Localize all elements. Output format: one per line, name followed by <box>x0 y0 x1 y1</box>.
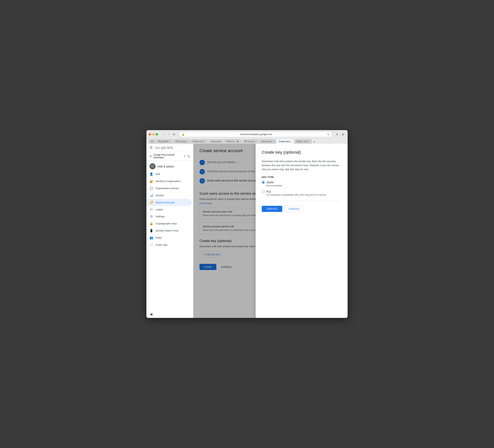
key-type-label: Key type <box>262 176 342 179</box>
sidebar-collapse-button[interactable]: ◀ <box>146 310 193 318</box>
browser-nav: ‹ › ⧉ <box>161 132 176 137</box>
project-selector[interactable]: ⚙ Google Play Android Developer ▾ 🔍 <box>146 152 193 161</box>
modal-divider <box>262 201 342 201</box>
sidebar-item-label-crypto: Cryptographic keys <box>156 222 177 225</box>
minimize-button[interactable] <box>152 133 154 136</box>
traffic-lights <box>149 133 158 136</box>
sidebar-section-title: IAM & admin <box>158 165 174 168</box>
sidebar-item-label-iam: IAM <box>156 173 160 175</box>
identity-nav-icon: 🔐 <box>149 179 153 183</box>
sidebar-item-identity-proxy[interactable]: 📱 Identity-Aware Proxy <box>146 227 192 234</box>
sidebar-item-quotas[interactable]: 📊 Quotas <box>146 192 192 199</box>
sidebar-item-label-labels: Labels <box>156 208 163 211</box>
modal-desc: Download a file that contains the privat… <box>262 160 342 171</box>
sidebar-item-iam[interactable]: 👤 IAM <box>146 171 192 178</box>
address-bar[interactable]: 🔒 console.developers.google.com ↻ <box>179 132 332 137</box>
sidebar-item-roles[interactable]: 👥 Roles <box>146 234 192 241</box>
share-button[interactable]: ⬆ <box>335 132 340 137</box>
sidebar-item-labels[interactable]: 🏷 Labels <box>146 206 192 213</box>
main-content: Create service account ✓ Service account… <box>193 144 348 318</box>
browser-window: ‹ › ⧉ 🔒 console.developers.google.com ↻ … <box>146 130 348 318</box>
sidebar-item-label-proxy: Identity-Aware Proxy <box>156 229 179 232</box>
tab-grammarly[interactable]: Grammarly <box>208 139 223 144</box>
roles-nav-icon: 👥 <box>149 236 153 239</box>
project-name: Google Play Android Developer <box>153 153 182 159</box>
sidebar-item-label-service-accounts: Service accounts <box>156 201 174 204</box>
sidebar-item-audit-logs[interactable]: 📄 Audit Logs <box>146 241 192 248</box>
close-button[interactable] <box>149 133 151 136</box>
sidebar-item-label-roles: Roles <box>156 236 162 239</box>
settings-nav-icon: ⚙ <box>149 215 153 218</box>
quotas-nav-icon: 📊 <box>149 194 153 197</box>
browser-tabs: de Bug 59400:... API access... Publish t… <box>149 139 345 144</box>
sidebar: ☰ Google APIs ⚙ Google Play Android Deve… <box>146 144 193 318</box>
sidebar-item-identity[interactable]: 🔐 Identity & Organisation <box>146 178 192 185</box>
sidebar-item-crypto-keys[interactable]: 🔒 Cryptographic keys <box>146 220 192 227</box>
json-radio[interactable] <box>262 181 265 184</box>
app-content: ☰ Google APIs ⚙ Google Play Android Deve… <box>146 144 348 318</box>
modal-title: Create key (optional) <box>262 150 342 155</box>
json-label[interactable]: JSON <box>266 181 273 184</box>
tab-api1[interactable]: API access... <box>173 139 190 144</box>
tab-publish[interactable]: Publish to G... <box>190 139 208 144</box>
tab-create-service[interactable]: Create servi... <box>276 139 294 144</box>
new-tab-button[interactable]: ⊞ <box>341 132 345 137</box>
p12-option: P12 For backward compatibility with code… <box>262 190 342 196</box>
tab-view-button[interactable]: ⧉ <box>172 132 176 137</box>
back-button[interactable]: ‹ <box>161 132 166 137</box>
browser-titlebar: ‹ › ⧉ 🔒 console.developers.google.com ↻ … <box>146 130 348 144</box>
labels-nav-icon: 🏷 <box>149 208 153 211</box>
tab-bug[interactable]: Bug 59400:... <box>156 139 173 144</box>
sidebar-item-label-audit: Audit Logs <box>156 243 167 246</box>
json-sublabel: Recommended <box>262 184 342 187</box>
crypto-nav-icon: 🔒 <box>149 222 153 225</box>
sidebar-item-label-identity: Identity & Organisation <box>156 180 181 183</box>
p12-radio-row: P12 <box>262 190 342 193</box>
iam-icon: 🛡 <box>149 163 156 169</box>
tab-service[interactable]: Service acc... <box>259 139 276 144</box>
sidebar-item-service-accounts[interactable]: 🔑 Service accounts <box>146 199 192 206</box>
json-radio-row: JSON <box>262 181 342 184</box>
modal-create-button[interactable]: CREATE <box>262 206 282 212</box>
google-logo: Google APIs <box>155 146 173 150</box>
tab-de[interactable]: de <box>149 139 156 144</box>
sidebar-item-label-settings: Settings <box>156 215 165 218</box>
browser-actions: ⬆ ⊞ <box>335 132 345 137</box>
json-option: JSON Recommended <box>262 181 342 187</box>
forward-button[interactable]: › <box>166 132 171 137</box>
sidebar-item-org-policies[interactable]: 📋 Organisation policies <box>146 185 192 192</box>
org-nav-icon: 📋 <box>149 187 153 190</box>
modal-overlay: Create key (optional) Download a file th… <box>193 144 348 318</box>
iam-nav-icon: 👤 <box>149 172 153 176</box>
sidebar-item-settings[interactable]: ⚙ Settings <box>146 213 192 220</box>
reload-icon[interactable]: ↻ <box>327 133 330 136</box>
browser-controls: ‹ › ⧉ 🔒 console.developers.google.com ↻ … <box>149 132 345 137</box>
menu-icon[interactable]: ☰ <box>149 146 152 150</box>
p12-label[interactable]: P12 <box>266 190 271 193</box>
sidebar-nav: 👤 IAM 🔐 Identity & Organisation 📋 Organi… <box>146 171 193 310</box>
p12-radio[interactable] <box>262 190 265 193</box>
add-tab-button[interactable]: + <box>312 140 317 144</box>
p12-sublabel: For backward compatibility with code usi… <box>262 194 342 196</box>
modal-cancel-button[interactable]: CANCEL <box>284 206 304 212</box>
modal-actions: CREATE CANCEL <box>262 206 342 212</box>
maximize-button[interactable] <box>156 133 158 136</box>
modal-panel: Create key (optional) Download a file th… <box>256 144 348 318</box>
tab-api2[interactable]: API access... <box>242 139 259 144</box>
app-header: ☰ Google APIs <box>146 144 193 152</box>
dropdown-icon: ▾ <box>184 155 185 158</box>
tab-fragment[interactable]: Fragmen... 🔊 <box>223 139 241 144</box>
tab-stores[interactable]: Stores - Sm... <box>294 139 312 144</box>
service-accounts-nav-icon: 🔑 <box>149 201 153 204</box>
proxy-nav-icon: 📱 <box>149 229 153 232</box>
search-button[interactable]: 🔍 <box>187 155 190 158</box>
sidebar-item-label-org: Organisation policies <box>156 187 179 190</box>
sidebar-item-label-quotas: Quotas <box>156 194 164 197</box>
sidebar-section-header: 🛡 IAM & admin <box>146 161 193 171</box>
lock-icon: 🔒 <box>182 133 185 136</box>
audit-nav-icon: 📄 <box>149 243 153 247</box>
url-text: console.developers.google.com <box>186 133 326 136</box>
